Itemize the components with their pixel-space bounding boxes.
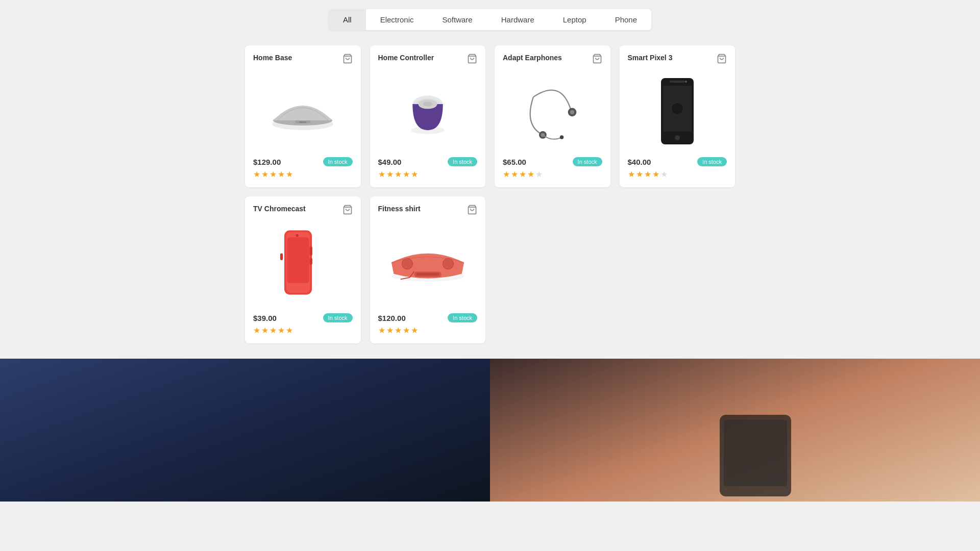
star-rating: ★★★★★ — [378, 169, 478, 179]
add-to-cart-icon[interactable] — [592, 54, 602, 66]
product-image — [253, 70, 353, 152]
price-row: $120.00 In stock — [378, 313, 478, 322]
star-empty: ★ — [660, 169, 668, 179]
product-image — [503, 70, 602, 152]
tab-all[interactable]: All — [329, 9, 366, 30]
svg-point-19 — [675, 135, 680, 140]
add-to-cart-icon[interactable] — [342, 54, 353, 66]
star-full: ★ — [270, 169, 277, 179]
card-footer: $39.00 In stock ★★★★★ — [253, 313, 353, 335]
star-full: ★ — [636, 169, 643, 179]
product-card-fitness-shirt: Fitness shirt — [370, 196, 486, 343]
product-grid: Home Base — [245, 45, 735, 343]
card-footer: $65.00 In stock ★★★★★ — [503, 157, 602, 179]
product-title: Fitness shirt — [378, 205, 421, 213]
card-header: Fitness shirt — [378, 205, 478, 217]
in-stock-badge: In stock — [448, 157, 477, 166]
svg-point-15 — [560, 135, 564, 139]
card-header: Smart Pixel 3 — [628, 54, 727, 66]
star-full: ★ — [403, 325, 410, 335]
in-stock-badge: In stock — [448, 313, 477, 322]
star-half: ★ — [411, 325, 418, 335]
add-to-cart-icon[interactable] — [467, 205, 477, 217]
star-full: ★ — [628, 169, 635, 179]
product-image — [628, 70, 727, 152]
product-title: Adapt Earphones — [503, 54, 562, 62]
add-to-cart-icon[interactable] — [717, 54, 727, 66]
product-title: TV Chromecast — [253, 205, 306, 213]
svg-rect-35 — [416, 273, 439, 276]
card-footer: $120.00 In stock ★★★★★ — [378, 313, 478, 335]
product-price: $120.00 — [378, 314, 406, 322]
card-footer: $129.00 In stock ★★★★★ — [253, 157, 353, 179]
product-image — [378, 70, 478, 152]
svg-point-14 — [570, 110, 574, 114]
product-card-home-controller: Home Controller — [370, 45, 486, 187]
price-row: $40.00 In stock — [628, 157, 727, 166]
svg-rect-27 — [287, 237, 309, 283]
star-rating: ★★★★★ — [503, 169, 602, 179]
star-full: ★ — [519, 169, 526, 179]
svg-point-23 — [671, 103, 683, 115]
in-stock-badge: In stock — [697, 157, 727, 166]
product-title: Home Controller — [378, 54, 434, 62]
star-rating: ★★★★★ — [378, 325, 478, 335]
star-full: ★ — [286, 325, 293, 335]
price-row: $49.00 In stock — [378, 157, 478, 166]
star-full: ★ — [278, 325, 285, 335]
add-to-cart-icon[interactable] — [467, 54, 477, 66]
star-full: ★ — [253, 169, 260, 179]
star-full: ★ — [261, 325, 268, 335]
star-full: ★ — [652, 169, 659, 179]
add-to-cart-icon[interactable] — [342, 205, 353, 217]
product-card-tv-chromecast: TV Chromecast — [245, 196, 361, 343]
tab-leptop[interactable]: Leptop — [549, 9, 601, 30]
in-stock-badge: In stock — [323, 157, 353, 166]
bottom-right-image — [490, 359, 980, 502]
product-price: $65.00 — [503, 158, 526, 166]
tab-hardware[interactable]: Hardware — [487, 9, 549, 30]
price-row: $65.00 In stock — [503, 157, 602, 166]
product-grid-wrapper: Home Base — [235, 45, 745, 343]
star-half: ★ — [411, 169, 418, 179]
card-header: Home Controller — [378, 54, 478, 66]
svg-rect-4 — [299, 121, 306, 123]
svg-point-9 — [423, 102, 432, 106]
star-rating: ★★★★★ — [628, 169, 727, 179]
product-price: $40.00 — [628, 158, 651, 166]
star-full: ★ — [644, 169, 651, 179]
filter-tabs: All Electronic Software Hardware Leptop … — [329, 9, 651, 30]
star-full: ★ — [253, 325, 260, 335]
star-full: ★ — [378, 169, 385, 179]
star-full: ★ — [378, 325, 385, 335]
star-empty: ★ — [535, 169, 543, 179]
filter-bar: All Electronic Software Hardware Leptop … — [0, 0, 980, 35]
svg-rect-31 — [280, 254, 283, 261]
product-card-adapt-earphones: Adapt Earphones — [495, 45, 610, 187]
price-row: $129.00 In stock — [253, 157, 353, 166]
product-title: Smart Pixel 3 — [628, 54, 673, 62]
svg-point-36 — [402, 259, 412, 269]
star-full: ★ — [270, 325, 277, 335]
star-full: ★ — [511, 169, 518, 179]
tab-software[interactable]: Software — [428, 9, 487, 30]
product-card-smart-pixel-3: Smart Pixel 3 — [620, 45, 736, 187]
svg-point-21 — [685, 81, 687, 83]
tablet-illustration — [704, 410, 806, 502]
svg-rect-30 — [310, 258, 312, 265]
tab-phone[interactable]: Phone — [601, 9, 651, 30]
product-image — [378, 221, 478, 308]
card-footer: $49.00 In stock ★★★★★ — [378, 157, 478, 179]
svg-rect-29 — [310, 246, 312, 256]
star-rating: ★★★★★ — [253, 169, 353, 179]
card-header: Adapt Earphones — [503, 54, 602, 66]
product-image — [253, 221, 353, 308]
star-full: ★ — [403, 169, 410, 179]
svg-point-28 — [296, 234, 299, 237]
tab-electronic[interactable]: Electronic — [366, 9, 428, 30]
in-stock-badge: In stock — [573, 157, 602, 166]
star-full: ★ — [503, 169, 510, 179]
star-full: ★ — [278, 169, 285, 179]
star-full: ★ — [395, 169, 402, 179]
svg-point-37 — [443, 259, 453, 269]
